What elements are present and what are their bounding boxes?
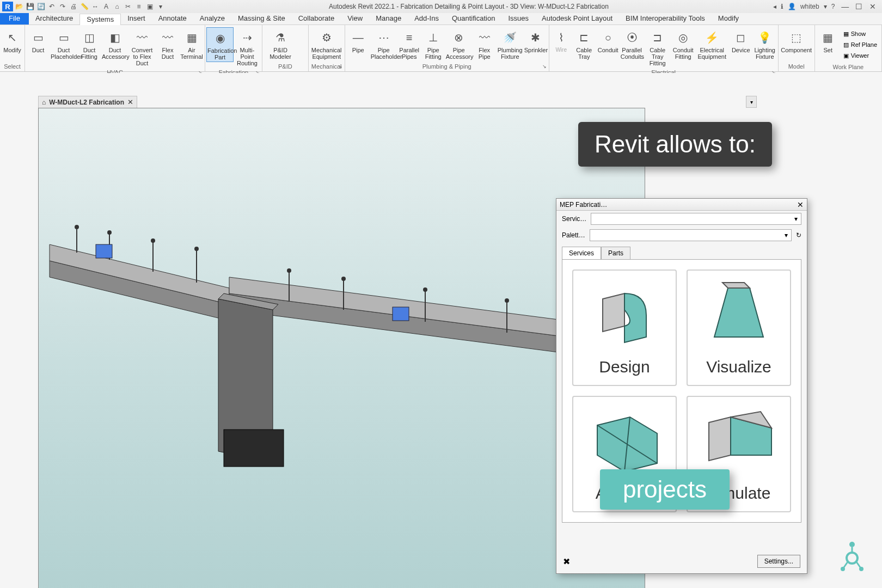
open-icon[interactable]: 📂	[14, 2, 24, 11]
tab-manage[interactable]: Manage	[369, 13, 408, 24]
infocenter-icon[interactable]: ℹ	[781, 3, 783, 10]
thin-icon[interactable]: ≡	[134, 2, 144, 11]
settings-button[interactable]: Settings...	[757, 555, 800, 568]
svg-point-22	[505, 299, 509, 302]
analyze-icon	[586, 403, 663, 480]
parallel-conduits-button[interactable]: ⦿Parallel Conduits	[620, 27, 644, 61]
svg-point-20	[424, 288, 427, 291]
tab-file[interactable]: File	[0, 13, 29, 24]
tab-bim-interop[interactable]: BIM Interoperability Tools	[619, 13, 712, 24]
viewer-button[interactable]: ▣ Viewer	[843, 50, 877, 61]
sprinkler-button[interactable]: ✱Sprinkler	[524, 27, 548, 54]
3d-icon[interactable]: ⌂	[112, 2, 122, 11]
palette-title: MEP Fabricati…	[560, 201, 607, 209]
close-tab-icon[interactable]: ✕	[127, 98, 133, 106]
section-icon[interactable]: ✂	[123, 2, 133, 11]
help-icon[interactable]: ?	[831, 3, 835, 10]
plumbing-fixture-button[interactable]: 🚿Plumbing Fixture	[497, 27, 524, 61]
conduit-button[interactable]: ○Conduit	[596, 27, 620, 54]
flex-duct-button[interactable]: 〰Flex Duct	[156, 27, 180, 61]
wire-button[interactable]: ⌇Wire	[550, 27, 572, 54]
3d-viewport[interactable]: 3/4" = 1'-0" ▦ ◐ ☀ ▧ ✧ ⊡ ⊞ 🔒 👁 ◧ ◨ ‹	[38, 108, 645, 588]
tab-parts[interactable]: Parts	[601, 247, 630, 259]
convert-flex-button[interactable]: 〰Convert to Flex Duct	[128, 27, 156, 68]
revit-logo-icon[interactable]: R	[2, 2, 13, 11]
duct-button[interactable]: ▭Duct	[26, 27, 50, 54]
svg-marker-31	[709, 417, 731, 461]
svg-point-12	[151, 239, 155, 242]
text-icon[interactable]: A	[101, 2, 111, 11]
close-win-icon[interactable]: ▣	[145, 2, 155, 11]
measure-icon[interactable]: 📏	[79, 2, 89, 11]
tab-issues[interactable]: Issues	[501, 13, 535, 24]
multi-point-routing-button[interactable]: ⇢Multi-Point Routing	[234, 27, 261, 68]
device-button[interactable]: ◻Device	[729, 27, 753, 54]
save-icon[interactable]: 💾	[25, 2, 35, 11]
palette-close-icon[interactable]: ✕	[797, 200, 804, 209]
tab-insert[interactable]: Insert	[121, 13, 152, 24]
refresh-palette-icon[interactable]: ↻	[796, 231, 801, 239]
tab-modify[interactable]: Modify	[712, 13, 745, 24]
flex-pipe-button[interactable]: 〰Flex Pipe	[473, 27, 497, 61]
switch-icon[interactable]: ▾	[156, 2, 166, 11]
cable-tray-button[interactable]: ⊏Cable Tray	[572, 27, 596, 61]
favorites-icon[interactable]: ▾	[824, 3, 827, 10]
print-icon[interactable]: 🖨	[69, 2, 78, 11]
quick-access-toolbar: R 📂 💾 🔄 ↶ ↷ 🖨 📏 ↔ A ⌂ ✂ ≡ ▣ ▾	[0, 2, 168, 11]
tab-collaborate[interactable]: Collaborate	[292, 13, 341, 24]
user-name[interactable]: whiteb	[800, 3, 819, 10]
palette-dropdown[interactable]: ▾	[590, 229, 792, 241]
service-label: Servic…	[562, 215, 586, 223]
svg-point-35	[847, 553, 857, 564]
tab-view[interactable]: View	[341, 13, 369, 24]
set-button[interactable]: ▦Set	[816, 27, 840, 54]
pipe-placeholder-button[interactable]: ⋯Pipe Placeholder	[370, 27, 397, 61]
document-tab[interactable]: ⌂ W-MDuct-L2 Fabrication ✕	[38, 96, 137, 108]
mech-equipment-button[interactable]: ⚙Mechanical Equipment	[310, 27, 344, 61]
duct-accessory-button[interactable]: ◧Duct Accessory	[101, 27, 128, 61]
duct-placeholder-button[interactable]: ▭Duct Placeholder	[50, 27, 77, 61]
card-design[interactable]: Design	[572, 270, 677, 386]
maximize-button[interactable]: ☐	[853, 2, 865, 11]
select-group-label[interactable]: Select ▼	[0, 62, 24, 71]
lighting-fixture-button[interactable]: 💡Lighting Fixture	[753, 27, 777, 61]
dim-icon[interactable]: ↔	[90, 2, 100, 11]
electrical-equipment-button[interactable]: ⚡Electrical Equipment	[695, 27, 729, 61]
show-button[interactable]: ▦ Show	[843, 28, 877, 39]
card-visualize[interactable]: Visualize	[687, 270, 791, 386]
pipe-button[interactable]: —Pipe	[346, 27, 370, 54]
pipe-fitting-button[interactable]: ⊥Pipe Fitting	[421, 27, 445, 61]
conduit-fitting-button[interactable]: ◎Conduit Fitting	[671, 27, 695, 61]
tab-overflow-icon[interactable]: ▾	[746, 96, 757, 108]
ref-plane-button[interactable]: ▨ Ref Plane	[843, 39, 877, 50]
undo-icon[interactable]: ↶	[47, 2, 57, 11]
tab-quantification[interactable]: Quantification	[445, 13, 502, 24]
fabrication-part-button[interactable]: ◉Fabrication Part	[206, 27, 234, 62]
cable-tray-fitting-button[interactable]: ⊐Cable Tray Fitting	[644, 27, 671, 68]
home-icon: ⌂	[42, 99, 46, 106]
tab-pointlayout[interactable]: Autodesk Point Layout	[535, 13, 619, 24]
tab-services[interactable]: Services	[562, 247, 601, 259]
parallel-pipes-button[interactable]: ≡Parallel Pipes	[397, 27, 421, 61]
component-button[interactable]: ⬚Component	[780, 27, 813, 54]
tab-systems[interactable]: Systems	[79, 14, 121, 25]
pipe-accessory-button[interactable]: ⊗Pipe Accessory	[445, 27, 473, 61]
tab-analyze[interactable]: Analyze	[193, 13, 231, 24]
palette-header[interactable]: MEP Fabricati… ✕	[556, 199, 807, 211]
close-button[interactable]: ✕	[867, 2, 879, 11]
tab-architecture[interactable]: Architecture	[29, 13, 79, 24]
air-terminal-button[interactable]: ▦Air Terminal	[180, 27, 204, 61]
keyword-icon[interactable]: ◂	[773, 3, 776, 10]
sync-icon[interactable]: 🔄	[36, 2, 46, 11]
modify-button[interactable]: ↖Modify	[1, 27, 23, 54]
redo-icon[interactable]: ↷	[58, 2, 68, 11]
service-dropdown[interactable]: ▾	[591, 213, 801, 225]
tab-annotate[interactable]: Annotate	[152, 13, 193, 24]
minimize-button[interactable]: —	[839, 2, 851, 11]
tab-massing[interactable]: Massing & Site	[231, 13, 292, 24]
duct-fitting-button[interactable]: ◫Duct Fitting	[77, 27, 101, 61]
user-icon[interactable]: 👤	[788, 3, 796, 10]
pid-modeler-button[interactable]: ⚗P&ID Modeler	[264, 27, 297, 61]
palette-tools-icon[interactable]: ✖	[563, 556, 570, 567]
tab-addins[interactable]: Add-Ins	[408, 13, 445, 24]
